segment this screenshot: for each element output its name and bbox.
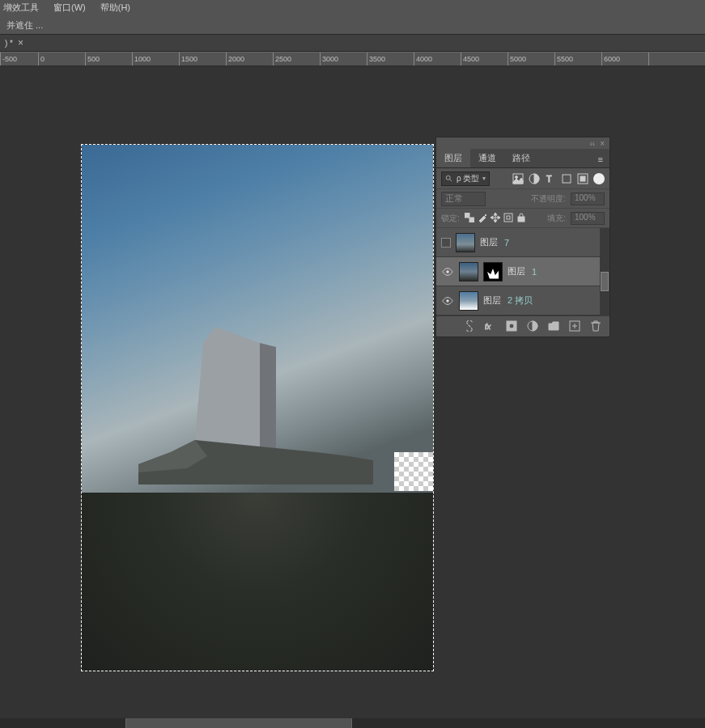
svg-line-5 — [450, 179, 452, 181]
transparency-checker — [394, 452, 433, 491]
trash-icon[interactable] — [590, 320, 601, 333]
layers-panel: ‹‹ × 图层 通道 路径 ≡ ρ 类型 ▾ T 正常 不透明度: 100% 锁… — [436, 138, 609, 336]
lock-pixels-icon[interactable] — [478, 213, 487, 224]
layer-item[interactable]: 图层 2 拷贝 — [436, 286, 609, 315]
document-tab[interactable]: ) * × — [2, 37, 27, 49]
svg-point-4 — [446, 176, 450, 180]
panel-bottom: fx — [436, 315, 609, 336]
fx-icon[interactable]: fx — [485, 320, 496, 333]
canvas[interactable] — [82, 145, 433, 671]
tab-label: ) * — [5, 39, 13, 48]
svg-marker-1 — [260, 343, 276, 452]
canvas-building — [138, 327, 373, 505]
layer-number: 7 — [504, 238, 509, 248]
close-panel-icon[interactable]: × — [600, 139, 605, 148]
svg-point-22 — [509, 324, 514, 328]
svg-rect-12 — [580, 176, 585, 181]
layers-list: 图层 7 图层 1 图层 2 拷贝 — [436, 228, 609, 315]
svg-rect-16 — [507, 216, 510, 219]
filter-toggle[interactable] — [593, 173, 605, 184]
link-icon[interactable] — [464, 320, 475, 333]
options-text[interactable]: 并遮住 ... — [2, 18, 48, 33]
tab-layers[interactable]: 图层 — [436, 149, 470, 167]
lock-transparency-icon[interactable] — [465, 213, 474, 224]
layer-item[interactable]: 图层 7 — [436, 228, 609, 257]
svg-rect-13 — [465, 213, 469, 218]
scrollbar-thumb[interactable] — [601, 272, 609, 291]
layer-mask-thumbnail[interactable] — [483, 262, 503, 281]
scrollbar[interactable] — [600, 228, 609, 315]
panel-topbar: ‹‹ × — [436, 138, 609, 149]
filter-shape-icon[interactable] — [561, 173, 572, 184]
lock-label: 锁定: — [441, 213, 460, 224]
svg-text:T: T — [546, 174, 552, 184]
menu-help[interactable]: 帮助(H) — [100, 2, 130, 14]
new-layer-icon[interactable] — [569, 320, 580, 333]
ruler-horizontal[interactable]: -500 0 500 1000 1500 2000 2500 3000 3500… — [0, 52, 705, 66]
svg-rect-14 — [469, 218, 474, 222]
svg-rect-10 — [563, 175, 571, 183]
svg-point-18 — [446, 270, 449, 273]
blend-mode-select[interactable]: 正常 — [441, 192, 486, 206]
lock-artboard-icon[interactable] — [503, 213, 513, 224]
svg-rect-17 — [518, 217, 525, 222]
panel-tabs: 图层 通道 路径 ≡ — [436, 149, 609, 168]
layer-thumbnail[interactable] — [459, 262, 478, 281]
tab-paths[interactable]: 路径 — [504, 149, 538, 167]
visibility-toggle[interactable] — [441, 294, 454, 307]
filter-row: ρ 类型 ▾ T — [436, 168, 609, 189]
visibility-toggle[interactable] — [441, 238, 451, 248]
adjustment-icon[interactable] — [527, 320, 538, 333]
mask-icon[interactable] — [506, 320, 517, 333]
svg-point-7 — [516, 176, 518, 178]
layer-name: 图层 — [508, 265, 525, 277]
svg-point-19 — [446, 299, 449, 303]
visibility-toggle[interactable] — [441, 265, 454, 278]
filter-pixel-icon[interactable] — [512, 173, 524, 184]
layer-name: 图层 — [480, 236, 498, 248]
lock-position-icon[interactable] — [491, 213, 500, 224]
document-tabs: ) * × — [0, 34, 705, 52]
svg-text:fx: fx — [485, 323, 491, 331]
options-bar: 并遮住 ... — [0, 16, 705, 34]
lock-all-icon[interactable] — [516, 213, 526, 224]
filter-type-icon[interactable]: T — [545, 173, 556, 184]
blend-row: 正常 不透明度: 100% — [436, 189, 609, 209]
close-icon[interactable]: × — [18, 37, 23, 49]
status-segment[interactable] — [125, 718, 352, 728]
filter-smart-icon[interactable] — [577, 173, 588, 184]
lock-row: 锁定: 填充: 100% — [436, 209, 609, 228]
menubar: 增效工具 窗口(W) 帮助(H) — [0, 0, 705, 15]
layer-number: 2 拷贝 — [508, 294, 533, 307]
filter-adjust-icon[interactable] — [529, 173, 540, 184]
svg-rect-15 — [504, 214, 512, 222]
group-icon[interactable] — [548, 320, 559, 333]
fill-value[interactable]: 100% — [571, 212, 605, 225]
layer-thumbnail[interactable] — [459, 291, 478, 311]
menu-plugins[interactable]: 增效工具 — [3, 2, 39, 14]
layer-name: 图层 — [483, 294, 501, 307]
layer-item[interactable]: 图层 1 — [436, 257, 609, 286]
menu-window[interactable]: 窗口(W) — [53, 2, 86, 14]
layer-number: 1 — [532, 267, 537, 277]
opacity-value[interactable]: 100% — [571, 193, 605, 205]
status-bar — [0, 718, 705, 728]
panel-menu-icon[interactable]: ≡ — [592, 151, 609, 167]
layer-thumbnail[interactable] — [456, 233, 475, 252]
filter-kind-select[interactable]: ρ 类型 ▾ — [441, 171, 490, 186]
opacity-label: 不透明度: — [531, 193, 566, 205]
fill-label: 填充: — [547, 213, 566, 224]
tab-channels[interactable]: 通道 — [470, 149, 504, 167]
canvas-ground — [82, 493, 433, 671]
collapse-icon[interactable]: ‹‹ — [589, 139, 595, 148]
